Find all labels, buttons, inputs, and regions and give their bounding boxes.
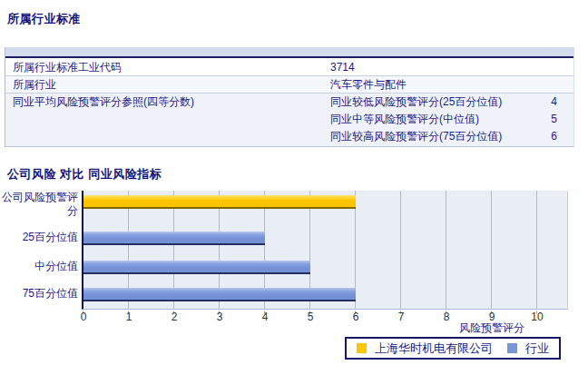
row-value: 3714 — [330, 58, 573, 75]
risk-report-page: 所属行业标准 所属行业标准工业代码 3714 所属行业 汽车零件与配件 同业平均… — [0, 0, 588, 365]
y-category-label: 公司风险预警评分 — [0, 191, 78, 218]
bar-industry-1 — [83, 232, 265, 245]
subrow-value: 5 — [551, 111, 557, 128]
table-row-industry: 所属行业 汽车零件与配件 — [5, 76, 573, 94]
subrow-label: 同业中等风险预警评分(中位值) — [330, 111, 479, 128]
subrow-label: 同业较高风险预警评分(75百分位值) — [330, 128, 502, 145]
section-title-comparison: 公司风险 对比 同业风险指标 — [7, 166, 162, 182]
gridline — [536, 191, 537, 310]
legend-swatch-icon — [507, 343, 517, 353]
table-header-strip — [5, 47, 573, 58]
bar-industry-3 — [83, 288, 356, 301]
legend-swatch-icon — [357, 343, 367, 353]
table-row-peer-average: 同业平均风险预警评分参照(四等分数) 同业较低风险预警评分(25百分位值) 4 … — [5, 94, 573, 146]
industry-standard-table: 所属行业标准工业代码 3714 所属行业 汽车零件与配件 同业平均风险预警评分参… — [5, 47, 574, 147]
table-row-industry-code: 所属行业标准工业代码 3714 — [5, 58, 573, 76]
row-label: 所属行业 — [5, 76, 330, 93]
chart-legend: 上海华时机电有限公司行业 — [345, 337, 561, 360]
bar-chart-plot-area — [82, 191, 568, 310]
gridline — [446, 191, 446, 310]
subrow-value: 4 — [551, 94, 557, 111]
y-category-label: 75百分位值 — [0, 287, 78, 301]
section-title-industry-standard: 所属行业标准 — [7, 11, 81, 27]
legend-label: 上海华时机电有限公司 — [375, 340, 493, 357]
row-label: 所属行业标准工业代码 — [5, 58, 330, 75]
legend-label: 行业 — [525, 340, 549, 357]
subrow-high-risk: 同业较高风险预警评分(75百分位值) 6 — [330, 128, 557, 145]
y-category-label: 中分位值 — [0, 260, 78, 273]
gridline — [400, 191, 401, 310]
peer-score-subrows: 同业较低风险预警评分(25百分位值) 4 同业中等风险预警评分(中位值) 5 同… — [330, 94, 557, 145]
y-category-label: 25百分位值 — [0, 231, 78, 244]
row-label: 同业平均风险预警评分参照(四等分数) — [5, 94, 330, 111]
row-value: 汽车零件与配件 — [330, 76, 573, 93]
bar-company-0 — [83, 195, 356, 209]
subrow-value: 6 — [551, 128, 557, 145]
x-axis-label: 风险预警评分 — [82, 321, 568, 336]
subrow-label: 同业较低风险预警评分(25百分位值) — [330, 94, 502, 111]
subrow-low-risk: 同业较低风险预警评分(25百分位值) 4 — [330, 94, 557, 111]
gridline — [491, 191, 492, 310]
legend-item: 行业 — [507, 340, 549, 357]
subrow-medium-risk: 同业中等风险预警评分(中位值) 5 — [330, 111, 557, 128]
legend-item: 上海华时机电有限公司 — [357, 340, 493, 357]
bar-industry-2 — [83, 261, 310, 274]
